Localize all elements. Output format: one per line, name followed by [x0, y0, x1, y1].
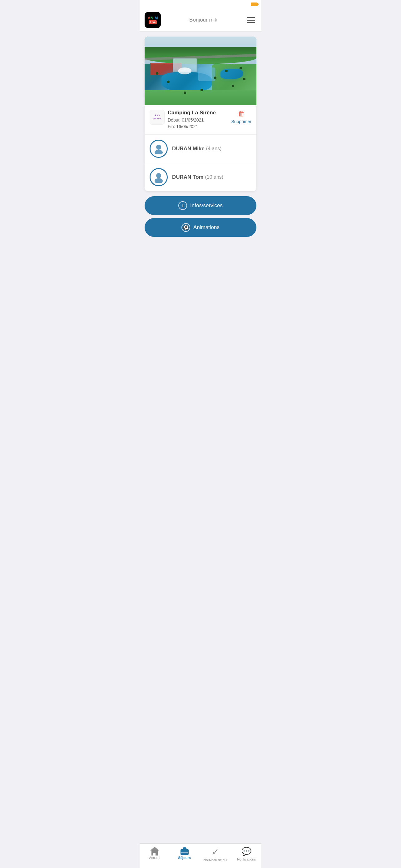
camping-details: Camping La Sirène Début: 01/05/2021 Fin:…	[168, 110, 216, 130]
svg-point-3	[155, 178, 163, 183]
child-name-tom: DURAN Tom	[172, 174, 205, 180]
hamburger-menu-button[interactable]	[246, 16, 257, 24]
battery-icon	[251, 2, 258, 6]
child-avatar-mike	[149, 140, 168, 158]
action-buttons: ℹ Infos/services ⚽ Animations	[144, 196, 257, 237]
camping-image	[144, 36, 257, 105]
infos-services-button[interactable]: ℹ Infos/services	[144, 196, 257, 215]
svg-point-0	[156, 145, 161, 150]
camping-actions: 🗑 Supprimer	[231, 110, 252, 124]
infos-services-label: Infos/services	[190, 203, 223, 209]
camping-card: ✦ La Sirène Camping La Sirène Début: 01/…	[144, 36, 257, 191]
child-name-mike: DURAN Mike	[172, 146, 206, 152]
animations-button[interactable]: ⚽ Animations	[144, 218, 257, 237]
ball-icon: ⚽	[181, 223, 190, 232]
animations-label: Animations	[193, 224, 220, 230]
header: ANiM Live Bonjour mik	[140, 9, 261, 32]
app-logo[interactable]: ANiM Live	[144, 12, 161, 28]
child-item-mike[interactable]: DURAN Mike (4 ans)	[144, 135, 257, 163]
child-item-tom[interactable]: DURAN Tom (10 ans)	[144, 163, 257, 191]
logo-live-badge: Live	[149, 20, 157, 24]
main-content: ✦ La Sirène Camping La Sirène Début: 01/…	[140, 32, 261, 268]
header-greeting: Bonjour mik	[189, 17, 218, 23]
svg-point-2	[156, 173, 161, 178]
camping-start-date: Début: 01/05/2021	[168, 117, 216, 123]
delete-icon[interactable]: 🗑	[238, 110, 245, 118]
camping-name: Camping La Sirène	[168, 110, 216, 116]
child-avatar-tom	[149, 168, 168, 186]
camping-logo: ✦ La Sirène	[149, 110, 165, 125]
supprimer-button[interactable]: Supprimer	[231, 119, 252, 124]
svg-point-1	[155, 150, 163, 154]
status-bar	[140, 0, 261, 9]
child-age-mike: (4 ans)	[206, 146, 222, 151]
child-info-mike: DURAN Mike (4 ans)	[172, 146, 222, 152]
child-age-tom: (10 ans)	[205, 174, 223, 180]
child-info-tom: DURAN Tom (10 ans)	[172, 174, 223, 180]
camping-info-section: ✦ La Sirène Camping La Sirène Début: 01/…	[144, 105, 257, 135]
camping-end-date: Fin: 16/05/2021	[168, 123, 216, 130]
info-icon: ℹ	[178, 201, 187, 210]
